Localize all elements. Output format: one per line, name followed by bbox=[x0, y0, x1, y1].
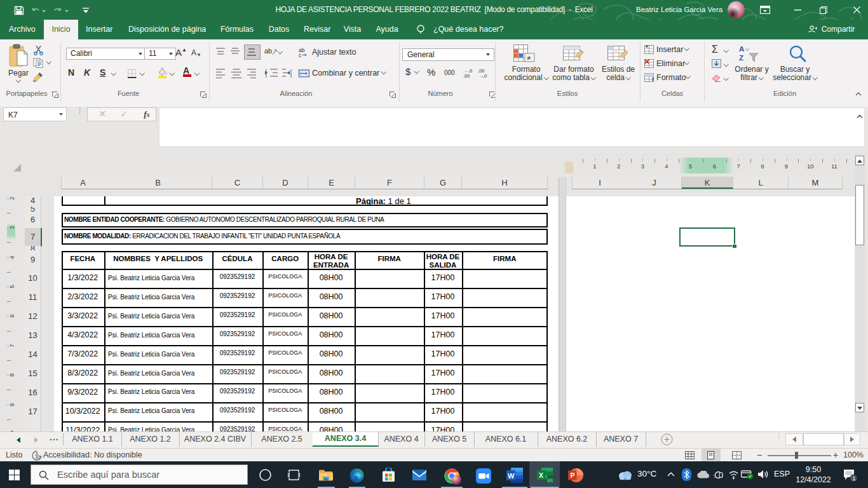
svg-text:,00: ,00 bbox=[463, 73, 470, 78]
svg-text:?: ? bbox=[37, 454, 41, 461]
svg-text:X: X bbox=[539, 471, 543, 479]
svg-text:P: P bbox=[571, 471, 575, 479]
svg-text:≠: ≠ bbox=[527, 54, 531, 62]
svg-text:W: W bbox=[508, 472, 515, 480]
svg-text:,0: ,0 bbox=[483, 73, 487, 78]
svg-text:ab: ab bbox=[264, 47, 272, 55]
svg-text:1: 1 bbox=[853, 475, 856, 482]
svg-text:A: A bbox=[739, 45, 744, 53]
svg-text:Z: Z bbox=[739, 54, 743, 62]
